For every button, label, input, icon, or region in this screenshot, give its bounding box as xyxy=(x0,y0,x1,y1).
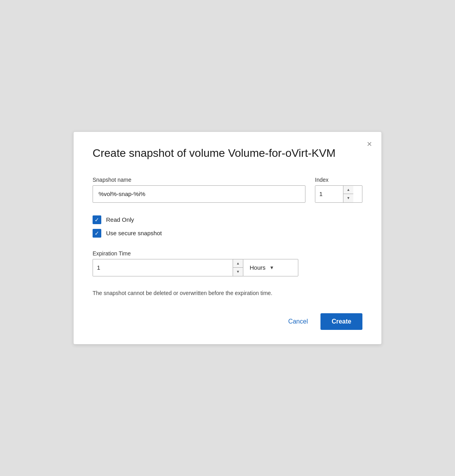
expiration-label: Expiration Time xyxy=(93,250,362,257)
expiration-number-inner: ▲ ▼ xyxy=(93,259,243,276)
expiration-spinner-up[interactable]: ▲ xyxy=(233,259,243,268)
index-label: Index xyxy=(315,177,362,183)
dialog-footer: Cancel Create xyxy=(93,313,362,330)
index-spinner-down[interactable]: ▼ xyxy=(343,194,353,202)
use-secure-row[interactable]: ✓ Use secure snapshot xyxy=(93,229,362,238)
expiration-inputs: ▲ ▼ Hours ▼ xyxy=(93,259,362,276)
index-field-group: Index ▲ ▼ xyxy=(315,177,362,203)
info-text: The snapshot cannot be deleted or overwr… xyxy=(93,289,362,297)
dialog: × Create snapshot of volume Volume-for-o… xyxy=(73,131,382,344)
snapshot-name-row: Snapshot name Index ▲ ▼ xyxy=(93,177,362,203)
expiration-spinner-down[interactable]: ▼ xyxy=(233,268,243,276)
use-secure-checkmark: ✓ xyxy=(95,230,99,236)
dialog-title: Create snapshot of volume Volume-for-oVi… xyxy=(93,146,362,160)
dialog-overlay: × Create snapshot of volume Volume-for-o… xyxy=(0,0,455,476)
index-number-wrapper: ▲ ▼ xyxy=(315,185,362,203)
read-only-checkmark: ✓ xyxy=(95,217,99,223)
index-input[interactable] xyxy=(315,186,343,202)
expiration-unit-dropdown[interactable]: Hours ▼ xyxy=(243,259,298,276)
expiration-unit-label: Hours xyxy=(250,264,265,271)
read-only-checkbox[interactable]: ✓ xyxy=(93,215,101,224)
expiration-value-input[interactable] xyxy=(93,259,233,276)
snapshot-name-label: Snapshot name xyxy=(93,177,305,183)
dropdown-arrow-icon: ▼ xyxy=(269,265,274,270)
create-button[interactable]: Create xyxy=(320,313,362,330)
expiration-spinner: ▲ ▼ xyxy=(233,259,243,276)
index-spinner-up[interactable]: ▲ xyxy=(343,186,353,194)
use-secure-label: Use secure snapshot xyxy=(106,230,162,236)
index-spinner: ▲ ▼ xyxy=(343,186,353,202)
use-secure-checkbox[interactable]: ✓ xyxy=(93,229,101,238)
checkboxes-section: ✓ Read Only ✓ Use secure snapshot xyxy=(93,215,362,238)
read-only-label: Read Only xyxy=(106,216,134,223)
snapshot-name-field-group: Snapshot name xyxy=(93,177,305,203)
snapshot-name-input[interactable] xyxy=(93,185,305,203)
expiration-section: Expiration Time ▲ ▼ Hours ▼ xyxy=(93,250,362,276)
cancel-button[interactable]: Cancel xyxy=(282,314,314,329)
expiration-number-wrapper: ▲ ▼ xyxy=(93,259,243,276)
read-only-row[interactable]: ✓ Read Only xyxy=(93,215,362,224)
close-button[interactable]: × xyxy=(367,140,372,149)
